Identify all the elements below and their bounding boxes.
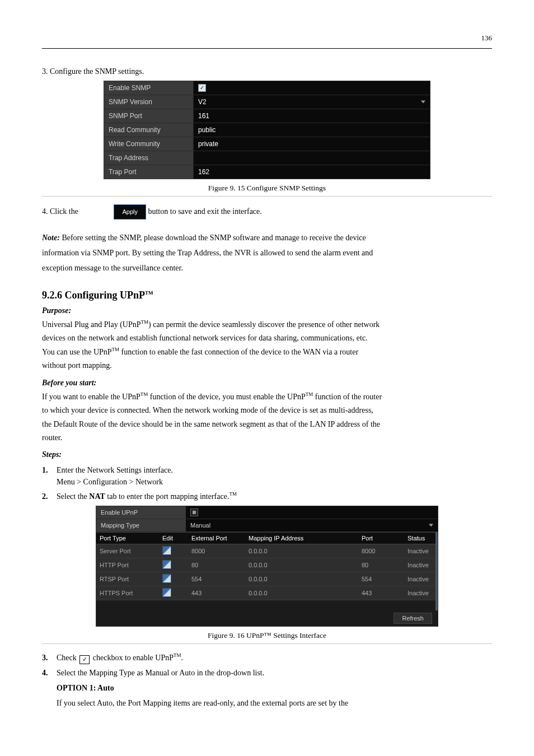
col-status: Status <box>404 532 435 544</box>
table-row: Server Port 8000 0.0.0.0 8000 Inactive <box>96 544 435 558</box>
snmp-row-read: Read Community public <box>104 123 430 137</box>
text: Select the Mapping Type as Manual or Aut… <box>57 667 492 679</box>
snmp-label: SNMP Version <box>104 95 194 109</box>
purpose-head: Purpose: <box>42 305 492 317</box>
note-line2: information via SNMP port. By setting th… <box>42 247 492 259</box>
step-num: 4. <box>42 667 57 679</box>
before-head: Before you start: <box>42 377 492 389</box>
cell-external: 8000 <box>188 544 245 558</box>
cell-port-type: HTTP Port <box>96 558 159 572</box>
enable-upnp-checkbox[interactable] <box>186 506 438 519</box>
before-l1: If you want to enable the UPnPTM functio… <box>42 390 492 403</box>
snmp-label: Read Community <box>104 123 194 137</box>
snmp-row-version: SNMP Version V2 <box>104 95 430 109</box>
cell-ip: 0.0.0.0 <box>245 586 358 600</box>
edit-icon[interactable] <box>162 574 171 583</box>
steps-head: Steps: <box>42 449 492 461</box>
mapping-type-dropdown[interactable]: Manual <box>186 519 438 531</box>
chevron-down-icon <box>429 524 433 526</box>
edit-icon[interactable] <box>162 560 171 569</box>
purpose-l3: You can use the UPnPTM function to enabl… <box>42 346 492 358</box>
snmp-port-input[interactable]: 161 <box>194 109 430 123</box>
before-l2: to which your device is connected. When … <box>42 404 492 417</box>
text: Enter the Network Settings interface. <box>57 464 492 476</box>
trap-port-input[interactable]: 162 <box>194 165 430 179</box>
cell-status: Inactive <box>404 558 435 572</box>
option1-head: OPTION 1: Auto <box>57 682 492 694</box>
snmp-label: Enable SNMP <box>104 81 194 95</box>
step-2: 2. Select the NAT tab to enter the port … <box>42 491 492 502</box>
enable-snmp-checkbox[interactable]: ✓ <box>194 81 430 95</box>
upnp-port-table: Port Type Edit External Port Mapping IP … <box>96 532 435 610</box>
text: . <box>181 654 184 662</box>
edit-icon[interactable] <box>162 588 171 597</box>
heading-text: 9.2.6 Configuring UPnP <box>42 290 145 301</box>
snmp-row-trapaddr: Trap Address <box>104 151 430 165</box>
cell-port: 80 <box>358 558 404 572</box>
step-1: 1. Enter the Network Settings interface.… <box>42 464 492 488</box>
edit-icon[interactable] <box>162 546 171 555</box>
snmp-version-dropdown[interactable]: V2 <box>194 95 430 109</box>
text: tab to enter the port mapping interface. <box>105 492 229 501</box>
step-num: 3. <box>42 652 57 664</box>
scrollbar[interactable] <box>435 532 438 610</box>
refresh-button[interactable]: Refresh <box>394 613 432 624</box>
check-icon: ✓ <box>198 84 206 92</box>
upnp-mapping-row: Mapping Type Manual <box>96 519 438 532</box>
text: button to save and exit the interface. <box>148 207 261 216</box>
purpose-l2: devices on the network and establish fun… <box>42 332 492 344</box>
snmp-label: SNMP Port <box>104 109 194 123</box>
mapping-type-value: Manual <box>190 522 210 529</box>
section-divider <box>42 196 492 197</box>
snmp-settings-panel: Enable SNMP ✓ SNMP Version V2 SNMP Port … <box>104 81 430 179</box>
text: If you want to enable the UPnP <box>42 393 140 401</box>
cell-ip: 0.0.0.0 <box>245 572 358 586</box>
write-community-input[interactable]: private <box>194 137 430 151</box>
text: checkbox to enable UPnP <box>93 654 174 662</box>
tm-mark: TM <box>141 319 149 325</box>
text: Check <box>57 654 78 662</box>
cell-ip: 0.0.0.0 <box>245 558 358 572</box>
figure-caption-upnp: Figure 9. 16 UPnP™ Settings Interface <box>42 631 492 640</box>
checkbox-icon <box>190 508 198 516</box>
page-number: 136 <box>42 34 492 43</box>
note-head: Note: <box>42 234 62 242</box>
step-num: 1. <box>42 464 57 488</box>
before-l3: the Default Route of the device should b… <box>42 418 492 431</box>
text: Select the <box>57 492 89 501</box>
text: ) can permit the device seamlessly disco… <box>148 320 380 329</box>
cell-external: 554 <box>188 572 245 586</box>
apply-button[interactable]: Apply <box>114 204 146 220</box>
snmp-label: Trap Address <box>104 151 194 165</box>
snmp-label: Write Community <box>104 137 194 151</box>
col-mapping-ip: Mapping IP Address <box>245 532 358 544</box>
step-3: 3. Check ✓ checkbox to enable UPnPTM. <box>42 652 492 664</box>
snmp-version-value: V2 <box>198 98 207 106</box>
read-community-input[interactable]: public <box>194 123 430 137</box>
figure-caption-snmp: Figure 9. 15 Configure SNMP Settings <box>42 184 492 193</box>
cell-edit <box>159 586 188 600</box>
enable-upnp-label: Enable UPnP <box>96 506 186 519</box>
tm-mark: TM <box>140 391 148 397</box>
upnp-footer: Refresh <box>96 610 438 626</box>
text: Before setting the SNMP, please download… <box>62 234 366 242</box>
cell-external: 80 <box>188 558 245 572</box>
cell-port-type: Server Port <box>96 544 159 558</box>
tm-mark: TM <box>306 391 313 397</box>
snmp-row-enable: Enable SNMP ✓ <box>104 81 430 95</box>
note-line3: exception message to the surveillance ce… <box>42 262 492 274</box>
cell-port: 8000 <box>358 544 404 558</box>
trap-address-input[interactable] <box>194 151 430 165</box>
col-external-port: External Port <box>188 532 245 544</box>
option1-body: If you select Auto, the Port Mapping ite… <box>57 697 492 709</box>
tm-mark: TM <box>112 347 120 352</box>
col-port: Port <box>358 532 404 544</box>
text: Universal Plug and Play (UPnP <box>42 320 141 329</box>
step-num: 2. <box>42 491 57 502</box>
cell-edit <box>159 544 188 558</box>
tab-name: NAT <box>89 492 105 501</box>
chevron-down-icon <box>421 101 425 104</box>
col-edit: Edit <box>159 532 188 544</box>
upnp-settings-panel: Enable UPnP Mapping Type Manual Port Typ… <box>96 506 438 627</box>
upnp-enable-row: Enable UPnP <box>96 506 438 519</box>
